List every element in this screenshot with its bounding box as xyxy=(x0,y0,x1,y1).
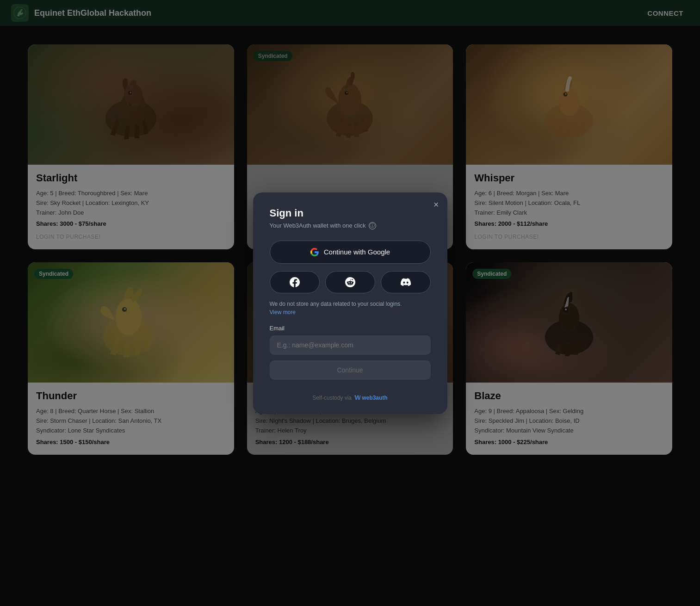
google-btn-label: Continue with Google xyxy=(324,248,390,256)
view-more-link[interactable]: View more xyxy=(270,309,431,315)
no-store-text: We do not store any data related to your… xyxy=(270,301,431,307)
modal-title: Sign in xyxy=(270,207,431,219)
google-signin-button[interactable]: Continue with Google xyxy=(270,241,431,264)
google-icon xyxy=(310,247,319,257)
social-buttons-row xyxy=(270,271,431,293)
modal-close-button[interactable]: × xyxy=(434,200,439,209)
info-icon: ⓘ xyxy=(369,222,376,229)
modal-overlay[interactable]: × Sign in Your Web3Auth wallet with one … xyxy=(0,0,700,606)
discord-icon xyxy=(401,277,411,287)
self-custody-text: Self-custody via xyxy=(312,395,352,401)
reddit-signin-button[interactable] xyxy=(325,271,375,293)
email-input[interactable] xyxy=(270,335,431,355)
web3auth-logo: 𝕎 web3auth xyxy=(354,395,388,401)
facebook-signin-button[interactable] xyxy=(270,271,320,293)
reddit-icon xyxy=(345,277,355,287)
sign-in-modal: × Sign in Your Web3Auth wallet with one … xyxy=(253,192,447,414)
web3auth-footer: Self-custody via 𝕎 web3auth xyxy=(270,395,431,401)
email-label: Email xyxy=(270,325,431,332)
facebook-icon xyxy=(290,277,300,287)
modal-subtitle: Your Web3Auth wallet with one click ⓘ xyxy=(270,222,431,229)
continue-button[interactable]: Continue xyxy=(270,360,431,380)
discord-signin-button[interactable] xyxy=(381,271,431,293)
